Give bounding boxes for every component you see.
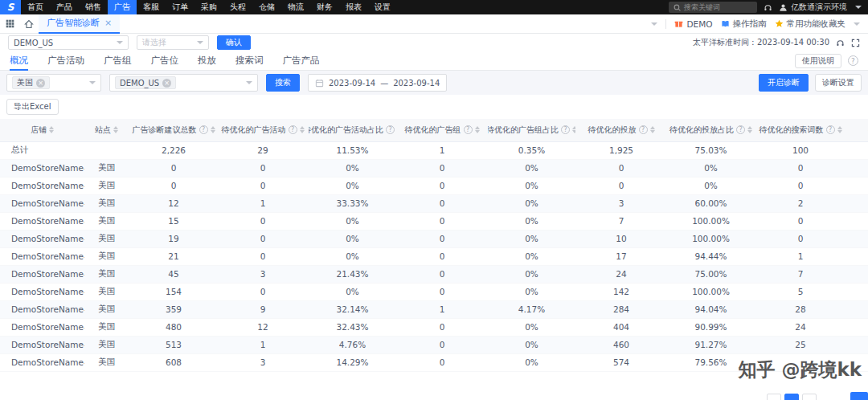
- tab-bar-left: 广告智能诊断 ×: [0, 14, 120, 33]
- date-range-picker[interactable]: 2023-09-14 — 2023-09-14: [308, 74, 447, 92]
- subtab-6[interactable]: 广告产品: [283, 51, 320, 71]
- help-icon[interactable]: ?: [848, 55, 858, 66]
- export-excel-button[interactable]: 导出Excel: [6, 99, 59, 115]
- sort-icon[interactable]: [650, 126, 655, 133]
- nav-item-8[interactable]: 仓储: [252, 0, 281, 14]
- guide-link[interactable]: 操作指南: [721, 18, 767, 30]
- cell: 0%: [486, 159, 577, 177]
- table-row[interactable]: DemoStoreName-US美国15400%00%142100.00%5: [0, 283, 868, 300]
- column-header-5[interactable]: 待优化的广告组?: [398, 119, 486, 141]
- nav-item-12[interactable]: 设置: [368, 0, 397, 14]
- help-icon[interactable]: ?: [199, 125, 208, 134]
- pagination[interactable]: [767, 394, 817, 400]
- apps-grid-icon[interactable]: [0, 14, 19, 34]
- sort-icon[interactable]: [300, 126, 305, 133]
- subtab-5[interactable]: 搜索词: [235, 51, 264, 71]
- column-header-9[interactable]: 待优化的搜索词数?: [756, 119, 845, 141]
- sort-icon[interactable]: [211, 126, 215, 133]
- column-header-2[interactable]: 广告诊断建议总数?: [129, 119, 219, 141]
- page-button[interactable]: [802, 394, 817, 400]
- subtab-0[interactable]: 概况: [10, 51, 28, 71]
- sort-icon[interactable]: [49, 126, 54, 133]
- subtab-1[interactable]: 广告活动: [47, 51, 84, 71]
- favorites-menu[interactable]: 常用功能收藏夹: [775, 18, 861, 30]
- column-header-4[interactable]: 待优化的广告活动占比?: [307, 119, 398, 141]
- sort-icon[interactable]: [113, 126, 118, 133]
- sort-icon[interactable]: [475, 126, 480, 133]
- help-icon[interactable]: ?: [736, 125, 745, 134]
- column-header-3[interactable]: 待优化的广告活动?: [219, 119, 307, 141]
- column-header-0[interactable]: 店铺: [0, 119, 84, 141]
- account-select[interactable]: DEMO_US: [8, 35, 129, 50]
- nav-item-1[interactable]: 产品: [50, 0, 79, 14]
- help-icon[interactable]: ?: [289, 125, 297, 134]
- headset-icon[interactable]: [764, 3, 772, 12]
- nav-item-7[interactable]: 头程: [223, 0, 252, 14]
- sort-down-icon: [572, 130, 575, 133]
- cell: 19: [129, 230, 219, 247]
- remove-tag-icon[interactable]: ×: [162, 79, 171, 88]
- demo-switch[interactable]: DEMO: [674, 19, 712, 29]
- page-tab-ad-diagnosis[interactable]: 广告智能诊断 ×: [39, 14, 120, 34]
- floating-button[interactable]: [850, 392, 868, 400]
- table-row[interactable]: DemoStoreName-US美国4801232.43%00%40490.99…: [0, 318, 868, 336]
- user-menu[interactable]: 亿数通演示环境: [779, 2, 862, 13]
- nav-item-0[interactable]: 首页: [21, 0, 50, 14]
- nav-item-5[interactable]: 订单: [166, 0, 194, 14]
- close-icon[interactable]: ×: [104, 18, 112, 28]
- column-header-1[interactable]: 站点: [84, 119, 129, 141]
- sort-icon[interactable]: [572, 126, 575, 133]
- diagnosis-settings-button[interactable]: 诊断设置: [815, 74, 862, 92]
- help-icon[interactable]: ?: [561, 125, 570, 134]
- nav-item-3[interactable]: 广告: [108, 0, 137, 14]
- confirm-button[interactable]: 确认: [217, 35, 251, 50]
- column-header-10[interactable]: 待优: [845, 119, 868, 141]
- subtab-2[interactable]: 广告组: [104, 51, 132, 71]
- filter-select[interactable]: 请选择: [137, 35, 209, 50]
- remove-tag-icon[interactable]: ×: [36, 79, 45, 88]
- nav-item-9[interactable]: 物流: [281, 0, 310, 14]
- search-button[interactable]: 搜索: [266, 74, 300, 92]
- nav-item-6[interactable]: 采购: [194, 0, 223, 14]
- page-button-active[interactable]: [784, 394, 799, 400]
- cell: 100.00%: [665, 230, 756, 247]
- cell: 5: [756, 283, 845, 300]
- sort-icon[interactable]: [837, 126, 842, 133]
- subtab-3[interactable]: 广告位: [151, 51, 179, 71]
- help-icon[interactable]: ?: [386, 125, 395, 134]
- global-search-input[interactable]: 搜索关键词: [669, 2, 757, 13]
- country-select[interactable]: 美国 ×: [6, 74, 101, 92]
- table-row[interactable]: DemoStoreName-US美国51314.76%00%46091.27%2…: [0, 336, 868, 353]
- table-row[interactable]: DemoStoreName-US美国1900%00%10100.00%0: [0, 230, 868, 247]
- table-row[interactable]: DemoStoreName-US美国000%00%00%0: [0, 177, 868, 194]
- cell: 32.43%: [307, 318, 398, 336]
- store-select[interactable]: DEMO_US ×: [109, 74, 258, 92]
- help-icon[interactable]: ?: [464, 125, 473, 134]
- start-diagnosis-button[interactable]: 开启诊断: [759, 74, 809, 92]
- help-icon[interactable]: ?: [639, 125, 648, 134]
- column-header-7[interactable]: 待优化的投放?: [577, 119, 665, 141]
- sort-icon[interactable]: [747, 126, 752, 133]
- app-logo[interactable]: S: [0, 0, 21, 14]
- nav-item-4[interactable]: 客服: [137, 0, 166, 14]
- page-button[interactable]: [767, 394, 781, 400]
- table-row[interactable]: DemoStoreName-US美国359932.14%14.17%28494.…: [0, 300, 868, 318]
- home-icon[interactable]: [19, 14, 39, 34]
- headset-icon[interactable]: [836, 39, 845, 47]
- nav-item-10[interactable]: 财务: [310, 0, 339, 14]
- column-header-8[interactable]: 待优化的投放占比?: [665, 119, 756, 141]
- column-header-6[interactable]: 待优化的广告组占比?: [486, 119, 577, 141]
- tabs-chevron-down-icon[interactable]: [651, 22, 657, 26]
- nav-item-2[interactable]: 销售: [79, 0, 108, 14]
- table-row[interactable]: DemoStoreName-US美国1500%00%7100.00%0: [0, 212, 868, 230]
- nav-item-11[interactable]: 报表: [339, 0, 368, 14]
- fullscreen-icon[interactable]: [851, 39, 860, 47]
- table-row[interactable]: DemoStoreName-US美国12133.33%00%360.00%2: [0, 194, 868, 212]
- table-row[interactable]: DemoStoreName-US美国000%00%00%0: [0, 159, 868, 177]
- usage-button[interactable]: 使用说明: [795, 54, 841, 68]
- table-row[interactable]: DemoStoreName-US美国2100%00%1794.44%1: [0, 247, 868, 265]
- table-row[interactable]: 总计2,2262911.53%10.35%1,92575.03%100: [0, 141, 868, 159]
- help-icon[interactable]: ?: [826, 125, 835, 134]
- table-row[interactable]: DemoStoreName-US美国45321.43%00%2475.00%7: [0, 265, 868, 283]
- subtab-4[interactable]: 投放: [198, 51, 216, 71]
